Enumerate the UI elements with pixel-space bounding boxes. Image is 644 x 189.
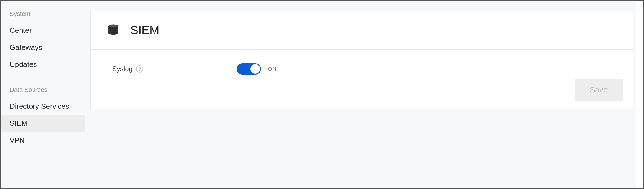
nav-group-header-data-sources: Data Sources: [1, 83, 85, 95]
app-frame: System Center Gateways Updates Data Sour…: [0, 0, 644, 189]
toggle-wrap-syslog: ON: [237, 63, 276, 75]
syslog-toggle-state: ON: [268, 66, 276, 72]
syslog-label-text: Syslog: [112, 65, 133, 73]
database-icon: [107, 23, 120, 37]
nav-group-header-system: System: [1, 7, 85, 19]
setting-label-syslog: Syslog ?: [107, 65, 237, 73]
nav-item-directory-services[interactable]: Directory Services: [1, 98, 85, 115]
card-body: Syslog ? ON Save: [91, 50, 633, 109]
save-button[interactable]: Save: [575, 79, 623, 101]
nav-item-siem[interactable]: SIEM: [1, 115, 85, 132]
help-icon[interactable]: ?: [136, 65, 143, 73]
svg-point-5: [109, 25, 117, 27]
syslog-toggle-knob: [250, 64, 260, 74]
nav-item-center[interactable]: Center: [1, 22, 85, 39]
card-header: SIEM: [91, 11, 633, 50]
syslog-toggle[interactable]: [237, 63, 261, 75]
main-content: SIEM Syslog ? ON Save: [85, 1, 643, 188]
sidebar: System Center Gateways Updates Data Sour…: [1, 1, 85, 188]
setting-row-syslog: Syslog ? ON: [107, 61, 617, 77]
nav-item-vpn[interactable]: VPN: [1, 132, 85, 149]
settings-card: SIEM Syslog ? ON Save: [90, 11, 633, 109]
nav-item-updates[interactable]: Updates: [1, 56, 85, 73]
nav-item-gateways[interactable]: Gateways: [1, 39, 85, 56]
page-title: SIEM: [130, 23, 159, 37]
svg-point-3: [108, 31, 118, 35]
